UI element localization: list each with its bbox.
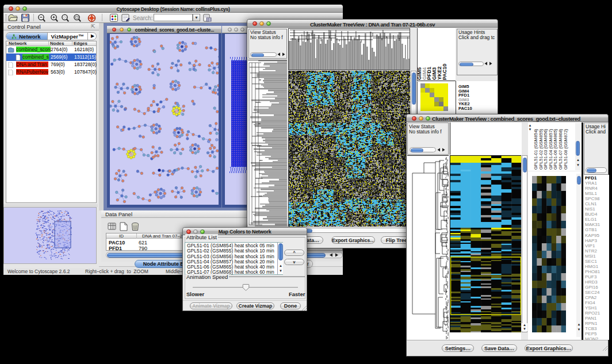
svg-text:PAC10: PAC10 <box>442 64 447 80</box>
svg-text:GPL51-08 (GSM872): GPL51-08 (GSM872) <box>563 129 568 170</box>
